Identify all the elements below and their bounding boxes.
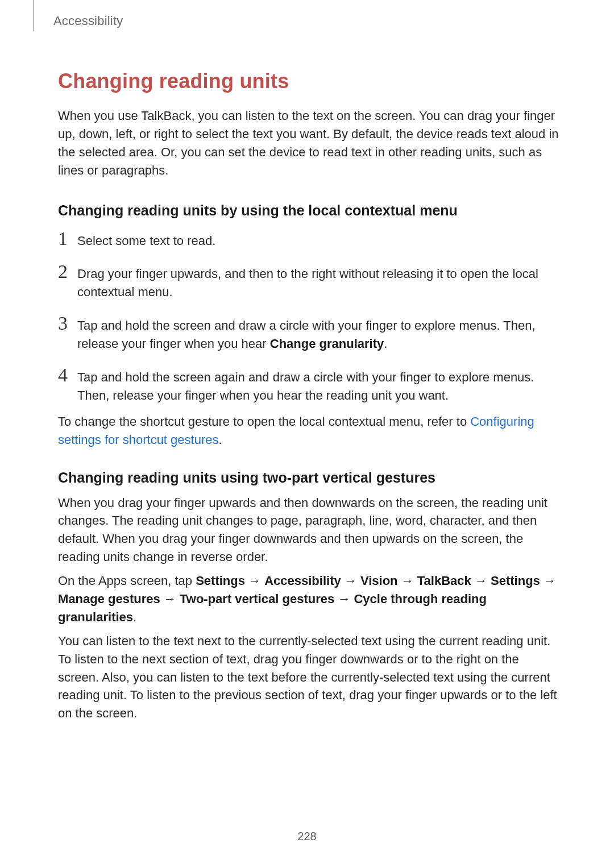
paragraph-2: On the Apps screen, tap Settings → Acces… [58,572,563,626]
step-number: 1 [58,229,77,248]
p2-bold: Accessibility [264,574,341,588]
followup-paragraph: To change the shortcut gesture to open t… [58,413,563,449]
step-2: 2 Drag your finger upwards, and then to … [58,262,563,301]
page: Accessibility Changing reading units Whe… [0,0,614,868]
step-3: 3 Tap and hold the screen and draw a cir… [58,314,563,353]
step-text: Select some text to read. [77,229,215,250]
intro-text: When you use TalkBack, you can listen to… [58,107,563,180]
p2-arrow: → [471,574,491,588]
p2-lead: On the Apps screen, tap [58,574,196,588]
paragraph-3: You can listen to the text next to the c… [58,632,563,722]
subheading-local-contextual: Changing reading units by using the loca… [58,202,563,219]
step-text: Tap and hold the screen and draw a circl… [77,314,563,353]
step-number: 3 [58,314,77,333]
p2-arrow: → [341,574,360,588]
step-text-part: . [384,337,387,351]
p2-bold: Settings [196,574,245,588]
step-text: Drag your finger upwards, and then to th… [77,262,563,301]
subheading-two-part-gestures: Changing reading units using two-part ve… [58,470,563,486]
paragraph-1: When you drag your finger upwards and th… [58,494,563,567]
p2-arrow: → [398,574,417,588]
p2-bold: Two-part vertical gestures [180,592,334,606]
p2-bold: Manage gestures [58,592,160,606]
p2-bold: TalkBack [417,574,471,588]
p2-arrow: → [540,574,556,588]
step-4: 4 Tap and hold the screen again and draw… [58,366,563,405]
p2-bold: Settings [491,574,540,588]
followup-text: To change the shortcut gesture to open t… [58,414,470,429]
followup-text-end: . [218,433,222,447]
section-header: Accessibility [53,14,563,28]
p2-arrow: → [245,574,264,588]
p2-end: . [133,610,136,624]
steps-list: 1 Select some text to read. 2 Drag your … [58,229,563,405]
p2-arrow: → [160,592,180,606]
step-number: 2 [58,262,77,281]
step-number: 4 [58,366,77,385]
page-number: 228 [0,830,614,843]
page-title: Changing reading units [58,69,563,93]
step-text-bold: Change granularity [270,337,384,351]
step-1: 1 Select some text to read. [58,229,563,250]
p2-bold: Vision [360,574,398,588]
step-text: Tap and hold the screen again and draw a… [77,366,563,405]
p2-arrow: → [334,592,354,606]
side-rule [33,0,34,31]
